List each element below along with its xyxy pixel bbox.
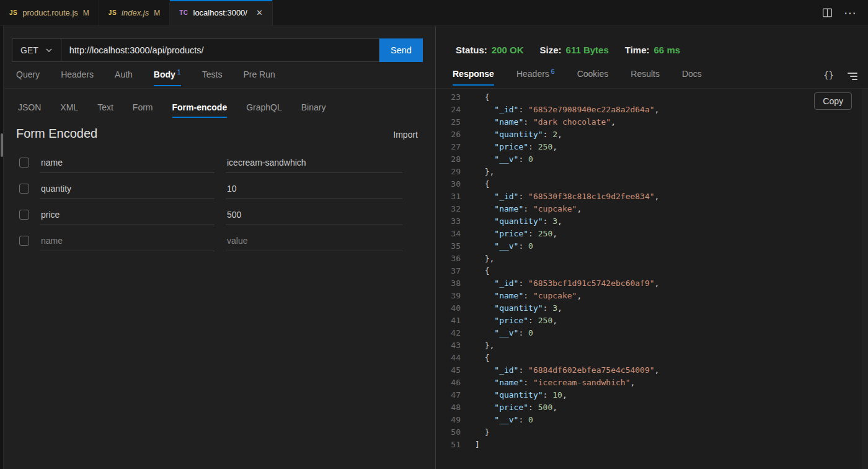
- line-number: 32: [436, 203, 461, 215]
- rail-scroll-handle[interactable]: [1, 133, 3, 157]
- tab-json[interactable]: JSON: [18, 102, 41, 118]
- line-number: 49: [436, 414, 461, 426]
- line-number: 23: [436, 91, 461, 104]
- format-json-icon[interactable]: {}: [823, 70, 834, 80]
- code-text: "name": "cupcake",: [461, 290, 582, 302]
- row-checkbox[interactable]: [19, 184, 29, 194]
- row-checkbox[interactable]: [19, 158, 29, 168]
- param-value-field[interactable]: 500: [226, 204, 402, 225]
- tab-results[interactable]: Results: [631, 69, 660, 85]
- tab-pre-run[interactable]: Pre Run: [243, 69, 275, 86]
- line-number: 47: [436, 389, 461, 401]
- tab-body[interactable]: Body1: [154, 69, 181, 86]
- code-text: "quantity": 3,: [461, 302, 562, 315]
- tab-index-js[interactable]: JS index.js M: [99, 0, 170, 25]
- tab-binary[interactable]: Binary: [301, 102, 326, 118]
- response-tabs: Response Headers6 Cookies Results Docs {…: [436, 69, 868, 89]
- line-number: 25: [436, 116, 461, 128]
- response-body-viewer[interactable]: 23 {24 "_id": "6852e7908940ec22a8a2d64a"…: [436, 89, 868, 469]
- response-tab-icons: {}: [823, 69, 857, 80]
- line-number: 46: [436, 377, 461, 389]
- response-status-row: Status: 200 OK Size: 611 Bytes Time: 66 …: [436, 26, 868, 55]
- javascript-file-icon: JS: [9, 9, 17, 16]
- code-text: "quantity": 2,: [461, 128, 562, 141]
- close-tab-icon[interactable]: ✕: [256, 9, 263, 17]
- import-button[interactable]: Import: [393, 130, 418, 141]
- param-name-field[interactable]: name: [40, 230, 215, 251]
- tab-docs[interactable]: Docs: [682, 69, 702, 85]
- param-value-field[interactable]: value: [226, 230, 402, 251]
- param-value-field[interactable]: 10: [226, 178, 402, 199]
- response-panel: Status: 200 OK Size: 611 Bytes Time: 66 …: [436, 26, 868, 469]
- code-text: },: [461, 339, 494, 352]
- line-number: 24: [436, 104, 461, 116]
- param-name-field[interactable]: quantity: [40, 178, 215, 199]
- param-name-field[interactable]: price: [40, 204, 215, 225]
- status-value: 200 OK: [492, 45, 524, 55]
- size-value: 611 Bytes: [566, 45, 609, 55]
- body-type-tabs: JSON XML Text Form Form-encode GraphQL B…: [4, 102, 435, 120]
- editor-tab-bar: JS product.route.js M JS index.js M TC l…: [0, 0, 868, 26]
- tab-query[interactable]: Query: [16, 69, 40, 86]
- url-input[interactable]: [61, 38, 379, 62]
- line-number: 35: [436, 240, 461, 252]
- tab-xml[interactable]: XML: [60, 102, 78, 118]
- code-text: "__v": 0: [461, 153, 533, 166]
- param-value-field[interactable]: icecream-sandwhich: [226, 152, 402, 173]
- code-text: }: [461, 426, 489, 439]
- size-label: Size:: [540, 45, 562, 55]
- send-button[interactable]: Send: [379, 38, 423, 62]
- request-bar: GET Send: [12, 38, 423, 62]
- tab-headers[interactable]: Headers: [61, 69, 94, 86]
- code-text: "quantity": 3,: [461, 215, 562, 228]
- time-label: Time:: [625, 45, 650, 55]
- more-actions-icon[interactable]: ⋯: [844, 7, 857, 19]
- tab-graphql[interactable]: GraphQL: [246, 102, 282, 118]
- line-number: 44: [436, 352, 461, 364]
- tab-localhost-3000[interactable]: TC localhost:3000/ ✕: [170, 0, 273, 25]
- tab-text[interactable]: Text: [97, 102, 113, 118]
- row-checkbox[interactable]: [19, 210, 29, 220]
- tab-auth[interactable]: Auth: [115, 69, 133, 86]
- param-name-field[interactable]: name: [40, 152, 215, 173]
- git-modified-badge: M: [154, 9, 160, 17]
- vscode-window: JS product.route.js M JS index.js M TC l…: [0, 0, 868, 469]
- tab-form[interactable]: Form: [133, 102, 153, 118]
- tab-response[interactable]: Response: [453, 69, 494, 85]
- form-row: price500: [4, 202, 435, 228]
- body-count-badge: 1: [177, 68, 181, 76]
- code-text: "__v": 0: [461, 240, 533, 252]
- line-number: 43: [436, 339, 461, 352]
- method-select[interactable]: GET: [12, 38, 61, 62]
- chevron-down-icon: [45, 48, 53, 53]
- line-number: 30: [436, 178, 461, 190]
- left-rail: [0, 26, 4, 469]
- line-number: 45: [436, 364, 461, 377]
- headers-count-badge: 6: [551, 68, 555, 75]
- split-editor-icon[interactable]: [822, 7, 833, 18]
- line-wrap-icon[interactable]: [848, 71, 857, 80]
- tab-body-label: Body: [154, 69, 175, 79]
- code-text: {: [461, 265, 489, 277]
- line-number: 41: [436, 315, 461, 327]
- tab-product-route-js[interactable]: JS product.route.js M: [0, 0, 99, 25]
- form-row: quantity10: [4, 176, 435, 202]
- line-number: 38: [436, 277, 461, 290]
- line-number: 42: [436, 327, 461, 339]
- method-value: GET: [20, 45, 38, 55]
- line-number: 39: [436, 290, 461, 302]
- tab-cookies[interactable]: Cookies: [577, 69, 609, 85]
- copy-button[interactable]: Copy: [814, 92, 852, 110]
- line-number: 27: [436, 141, 461, 153]
- status-label: Status:: [456, 45, 487, 55]
- form-row: nameicecream-sandwhich: [4, 150, 435, 176]
- form-encoded-header: Form Encoded Import: [4, 120, 435, 141]
- line-number: 36: [436, 252, 461, 265]
- tab-tests[interactable]: Tests: [202, 69, 223, 86]
- scrollbar[interactable]: [862, 89, 868, 469]
- tab-resp-headers[interactable]: Headers6: [516, 69, 555, 85]
- tab-form-encode[interactable]: Form-encode: [172, 102, 228, 118]
- row-checkbox[interactable]: [19, 236, 29, 246]
- line-number: 37: [436, 265, 461, 277]
- code-text: },: [461, 252, 494, 265]
